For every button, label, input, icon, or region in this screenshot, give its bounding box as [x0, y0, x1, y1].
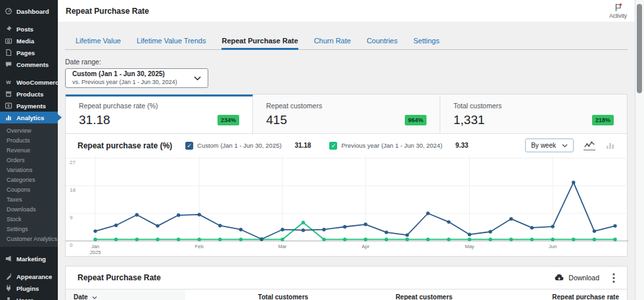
column-header-repeat-purchase-rate[interactable]: Repeat purchase rate [461, 289, 627, 300]
column-header-repeat-customers[interactable]: Repeat customers [316, 289, 461, 300]
download-label: Download [568, 274, 599, 282]
sidebar-item-label: Media [16, 37, 34, 45]
sidebar-item-posts[interactable]: Posts [0, 23, 58, 35]
sidebar-item-pages[interactable]: Pages [0, 47, 58, 58]
legend-item-previous-year-jan-1-jun-30-2024[interactable]: ✓Previous year (Jan 1 - Jun 30, 2024)9.3… [329, 142, 468, 150]
svg-text:Jun: Jun [549, 244, 557, 249]
tab-countries[interactable]: Countries [367, 33, 398, 50]
svg-text:27: 27 [70, 160, 76, 165]
sidebar-subitem-categories[interactable]: Categories [0, 175, 58, 184]
woocommerce-icon: W [5, 78, 12, 86]
users-icon [5, 296, 12, 300]
vertical-scrollbar[interactable] [635, 0, 644, 300]
interval-select[interactable]: By week [525, 139, 574, 152]
download-button[interactable]: Download [554, 272, 599, 283]
sidebar-item-label: Users [16, 297, 34, 300]
sidebar-item-label: Payments [16, 102, 46, 110]
sidebar-item-plugins[interactable]: Plugins [0, 282, 58, 294]
sidebar-subitem-customer-analytics[interactable]: Customer Analytics [0, 234, 58, 244]
sidebar-item-media[interactable]: Media [0, 35, 58, 47]
marketing-icon [5, 255, 12, 263]
sidebar-subitem-taxes[interactable]: Taxes [0, 194, 58, 204]
chart-area[interactable]: 091827Jan2025FebMarAprMayJun [66, 156, 627, 256]
sidebar-submenu: OverviewProductsRevenueOrdersVariationsC… [0, 123, 58, 247]
tab-lifetime-value-trends[interactable]: Lifetime Value Trends [137, 33, 206, 50]
summary-tile-total-customers[interactable]: Total customers1,331218% [440, 95, 627, 133]
table-header: Repeat Purchase Rate Download [66, 267, 627, 289]
svg-text:2025: 2025 [90, 249, 101, 255]
sidebar-subitem-downloads[interactable]: Downloads [0, 204, 58, 214]
sidebar-item-comments[interactable]: Comments [0, 58, 58, 70]
legend-value: 31.18 [294, 142, 311, 149]
cloud-download-icon [554, 272, 564, 283]
activity-label: Activity [609, 12, 627, 19]
appearance-icon [5, 272, 12, 280]
svg-text:Apr: Apr [361, 244, 369, 249]
column-header-total-customers[interactable]: Total customers [185, 289, 317, 300]
summary-tile-repeat-customers[interactable]: Repeat customers415964% [253, 95, 440, 133]
sidebar-item-label: Posts [16, 26, 34, 33]
sidebar-subitem-stock[interactable]: Stock [0, 214, 58, 224]
checkbox-checked-icon[interactable]: ✓ [185, 142, 193, 150]
svg-text:Feb: Feb [195, 244, 204, 249]
sidebar-item-users[interactable]: Users [0, 294, 58, 300]
sidebar-item-label: Plugins [16, 285, 39, 292]
sidebar-item-label: Appearance [16, 273, 52, 280]
checkbox-checked-icon[interactable]: ✓ [329, 142, 337, 150]
sidebar-subitem-settings[interactable]: Settings [0, 224, 58, 234]
sidebar-item-products[interactable]: Products [0, 88, 58, 100]
date-range-current: Custom (Jan 1 - Jun 30, 2025) [72, 70, 177, 79]
main-content: Lifetime ValueLifetime Value TrendsRepea… [58, 22, 635, 300]
plugins-icon [5, 284, 12, 292]
sidebar-subitem-orders[interactable]: Orders [0, 155, 58, 165]
tile-delta-badge: 964% [405, 115, 426, 125]
svg-text:$: $ [7, 104, 10, 108]
tab-lifetime-value[interactable]: Lifetime Value [76, 33, 121, 50]
page-title: Repeat Purchase Rate [66, 7, 149, 16]
sidebar-item-label: WooCommerce [16, 79, 62, 86]
date-range-section: Date range: Custom (Jan 1 - Jun 30, 2025… [65, 58, 628, 88]
sidebar-subitem-overview[interactable]: Overview [0, 125, 58, 135]
pin-icon [5, 25, 12, 33]
chart-controls: By week [525, 139, 615, 152]
topbar: Repeat Purchase Rate Activity [58, 0, 635, 22]
sidebar-item-appearance[interactable]: Appearance [0, 270, 58, 282]
svg-text:W: W [6, 79, 11, 85]
summary-tile-repeat-purchase-rate[interactable]: Repeat purchase rate (%)31.18234% [66, 95, 253, 133]
scrollbar-thumb[interactable] [637, 4, 642, 93]
sidebar-item-dashboard[interactable]: Dashboard [0, 5, 58, 17]
tab-churn-rate[interactable]: Churn Rate [314, 33, 351, 50]
sidebar-subitem-variations[interactable]: Variations [0, 165, 58, 175]
chart-legend: ✓Custom (Jan 1 - Jun 30, 2025)31.18✓Prev… [185, 142, 487, 150]
legend-item-custom-jan-1-jun-30-2025[interactable]: ✓Custom (Jan 1 - Jun 30, 2025)31.18 [185, 142, 311, 150]
sidebar-item-marketing[interactable]: Marketing [0, 253, 58, 265]
sidebar-subitem-revenue[interactable]: Revenue [0, 145, 58, 155]
sidebar-item-analytics[interactable]: Analytics [0, 112, 58, 123]
analytics-icon [5, 114, 12, 121]
svg-text:Jan: Jan [91, 244, 99, 249]
tile-label: Repeat customers [266, 102, 426, 110]
sidebar-subitem-products[interactable]: Products [0, 135, 58, 145]
table-panel: Repeat Purchase Rate Download Date Total… [65, 266, 628, 300]
svg-text:May: May [465, 244, 474, 249]
svg-text:9: 9 [70, 215, 73, 221]
sidebar-subitem-coupons[interactable]: Coupons [0, 184, 58, 194]
chart-title: Repeat purchase rate (%) [78, 141, 172, 150]
kebab-menu-icon[interactable] [612, 273, 615, 283]
active-menu-arrow [58, 114, 62, 121]
sidebar-item-label: Analytics [16, 114, 44, 121]
sidebar-item-label: Dashboard [16, 8, 49, 15]
comments-icon [5, 60, 12, 68]
date-range-select[interactable]: Custom (Jan 1 - Jun 30, 2025) vs. Previo… [65, 68, 208, 88]
sidebar-item-woocommerce[interactable]: WWooCommerce [0, 76, 58, 88]
tab-repeat-purchase-rate[interactable]: Repeat Purchase Rate [221, 33, 298, 50]
admin-sidebar: DashboardPostsMediaPagesCommentsWWooComm… [0, 0, 58, 300]
sort-chevron-icon [92, 296, 97, 299]
sidebar-item-payments[interactable]: $Payments [0, 100, 58, 112]
sidebar-item-label: Comments [16, 61, 49, 68]
tab-settings[interactable]: Settings [413, 33, 440, 50]
line-chart-type-icon[interactable] [584, 140, 595, 150]
activity-button[interactable]: Activity [609, 3, 627, 19]
bar-chart-type-icon[interactable] [605, 141, 615, 150]
column-header-date[interactable]: Date [66, 289, 185, 300]
